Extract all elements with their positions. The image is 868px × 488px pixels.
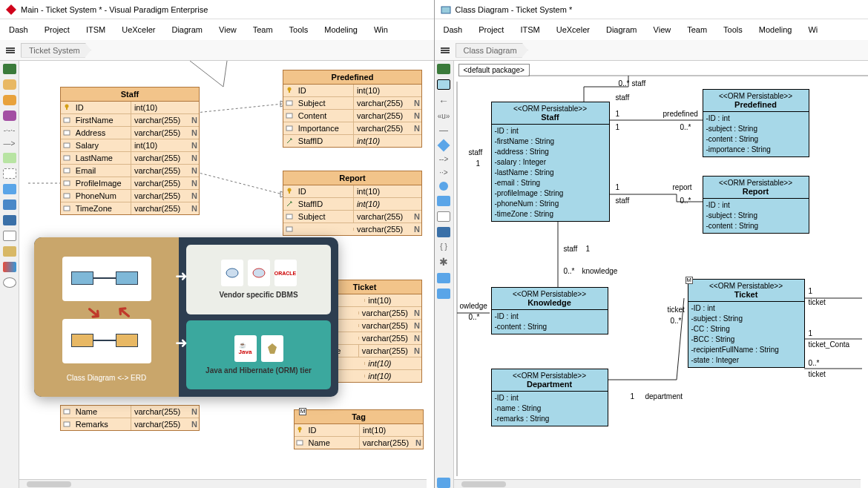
lbl-dep-1: 1 [631, 392, 635, 400]
promo-erd-icon [62, 319, 151, 363]
palette-color-icon[interactable] [3, 262, 16, 272]
palette-agg-icon[interactable] [438, 139, 450, 152]
palette-use-icon[interactable]: «u» [438, 112, 450, 120]
scrollbar-h-right[interactable] [454, 479, 861, 488]
uml-report[interactable]: <<ORM Persistable>>Report -ID : int-subj… [703, 176, 809, 234]
uml-department-body: -ID : int-name : String-remarks : String [492, 392, 608, 426]
svg-rect-24 [286, 214, 292, 219]
palette-cursor-icon[interactable] [3, 64, 16, 74]
svg-rect-20 [286, 113, 292, 118]
palette-shape3-icon[interactable] [3, 215, 16, 225]
menu-diagram-r[interactable]: Diagram [606, 25, 637, 34]
palette-folder2-icon[interactable] [437, 288, 450, 299]
svg-line-0 [196, 104, 283, 113]
palette-pkg-icon[interactable] [437, 196, 450, 206]
erd-tag-handle[interactable]: M [299, 408, 306, 415]
erd-tag[interactable]: Tag IDint(10)Namevarchar(255)N [294, 409, 424, 449]
menu-window[interactable]: Win [374, 25, 388, 34]
palette-comp-icon[interactable] [437, 227, 450, 237]
uml-ticket-body: -ID : int-subject : String-CC : String-B… [688, 302, 804, 367]
palette-note-icon[interactable] [3, 153, 16, 163]
uml-staff[interactable]: <<ORM Persistable>>Staff -ID : int-first… [491, 102, 610, 222]
breadcrumb-menu-icon[interactable] [4, 44, 16, 56]
palette-real-icon[interactable]: ··> [439, 168, 447, 177]
menu-modeling-r[interactable]: Modeling [759, 25, 792, 34]
menu-dash[interactable]: Dash [9, 25, 28, 34]
palette-shape2-icon[interactable] [3, 200, 16, 210]
palette-frame-icon[interactable] [3, 168, 16, 179]
menu-team[interactable]: Team [253, 25, 273, 34]
palette-cursor-icon-r[interactable] [437, 64, 450, 74]
menu-bar-right: Dash Project ITSM UeXceler Diagram View … [435, 19, 869, 40]
palette-left: -·-·- —> [0, 61, 19, 488]
scrollbar-h-left[interactable] [19, 479, 427, 488]
menu-itsm-r[interactable]: ITSM [520, 25, 539, 34]
palette-frame-icon-r[interactable] [437, 211, 450, 222]
lbl-know-role: owledge [460, 302, 487, 310]
menu-tools-r[interactable]: Tools [723, 25, 743, 34]
lbl-tic-1a: 1 [809, 287, 813, 295]
svg-rect-41 [441, 7, 450, 13]
palette-gen-icon[interactable]: ← [438, 95, 449, 107]
uml-ticket-handle[interactable]: M [685, 277, 693, 284]
lbl-tic-ra: ticket [809, 298, 826, 306]
palette-circle-icon[interactable] [3, 277, 16, 288]
palette-anchor-icon[interactable]: ✱ [439, 256, 448, 268]
svg-rect-19 [286, 101, 292, 105]
uml-ticket[interactable]: <<ORM Persistable>>Ticket -ID : int-subj… [688, 279, 805, 368]
lbl-tic-rc: ticket [809, 370, 826, 378]
menu-uexceler[interactable]: UeXceler [122, 25, 155, 34]
erd-dept[interactable]: Namevarchar(255)NRemarksvarchar(255)N [60, 405, 200, 431]
palette-port-icon[interactable] [439, 182, 448, 191]
erd-staff-rows: IDint(10)FirstNamevarchar(255)NAddressva… [61, 102, 199, 214]
menu-view[interactable]: View [219, 25, 237, 34]
menu-view-r[interactable]: View [654, 25, 671, 34]
menu-modeling[interactable]: Modeling [324, 25, 358, 34]
package-label[interactable]: <default package> [458, 64, 530, 76]
menu-window-r[interactable]: Wi [808, 25, 818, 34]
uml-department[interactable]: <<ORM Persistable>>Department -ID : int-… [491, 369, 608, 426]
breadcrumb-menu-icon-r[interactable] [439, 44, 451, 56]
menu-project-r[interactable]: Project [479, 25, 504, 34]
palette-dep-icon[interactable]: --> [439, 155, 449, 163]
palette-shape1-icon[interactable] [3, 184, 16, 194]
java-icon: ☕Java [234, 335, 257, 362]
promo-dbms-label: Vendor specific DBMS [219, 291, 297, 299]
erd-tag-title: Tag [295, 410, 423, 424]
menu-dash-r[interactable]: Dash [444, 25, 463, 34]
palette-entity-icon[interactable] [3, 79, 16, 90]
svg-rect-21 [286, 126, 292, 131]
palette-bottom-icon[interactable] [437, 478, 450, 488]
uml-predefined[interactable]: <<ORM Persistable>>Predefined -ID : int-… [703, 89, 809, 157]
erd-report[interactable]: Report IDint(10)StaffIDint(10)Subjectvar… [283, 171, 422, 236]
breadcrumb-crumb[interactable]: Ticket System [21, 43, 91, 58]
menu-team-r[interactable]: Team [687, 25, 707, 34]
lbl-staff-1: 1 [616, 123, 620, 131]
palette-assoc-icon[interactable]: — [439, 125, 448, 136]
lbl-staff-ext: staff [469, 148, 483, 156]
palette-shape5-icon[interactable] [3, 246, 16, 257]
menu-project[interactable]: Project [45, 25, 70, 34]
menu-diagram[interactable]: Diagram [171, 25, 203, 34]
palette-shape4-icon[interactable] [3, 231, 16, 241]
breadcrumb-crumb-r[interactable]: Class Diagram [456, 43, 528, 58]
palette-conn-icon[interactable]: -·-·- [4, 126, 16, 134]
promo-overlay: ➜ ➜ Class Diagram <-> ERD ➜ ➜ [34, 237, 338, 397]
erd-canvas[interactable]: Staff IDint(10)FirstNamevarchar(255)NAdd… [19, 61, 434, 488]
menu-tools[interactable]: Tools [289, 25, 309, 34]
palette-conn2-icon[interactable]: —> [4, 139, 16, 148]
uml-knowledge[interactable]: <<ORM Persistable>>Knowledge -ID : int-c… [491, 287, 608, 334]
palette-view-icon[interactable] [3, 111, 16, 121]
palette-class-icon[interactable] [437, 79, 450, 90]
erd-staff[interactable]: Staff IDint(10)FirstNamevarchar(255)NAdd… [60, 87, 200, 215]
svg-point-39 [226, 268, 238, 277]
lbl-dep-r: department [645, 392, 683, 400]
erd-predefined[interactable]: Predefined IDint(10)Subjectvarchar(255)N… [283, 70, 422, 148]
menu-itsm[interactable]: ITSM [86, 25, 105, 34]
uml-canvas[interactable]: <default package> [454, 61, 869, 488]
palette-obj-icon[interactable]: { } [440, 243, 447, 251]
palette-folder-icon[interactable] [437, 273, 450, 283]
palette-entity2-icon[interactable] [3, 95, 16, 105]
menu-uexceler-r[interactable]: UeXceler [556, 25, 590, 34]
uml-predefined-body: -ID : int-subject : String-content : Str… [703, 112, 809, 156]
